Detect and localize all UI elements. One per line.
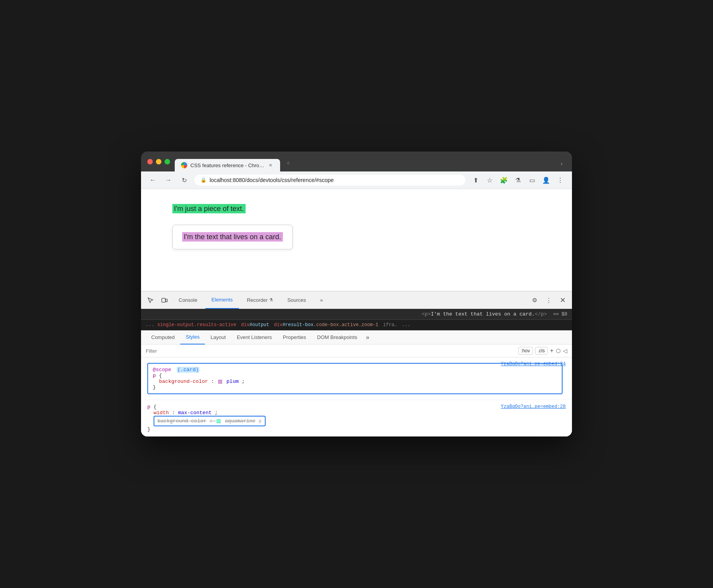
svg-rect-0 — [162, 298, 165, 302]
more-icon[interactable]: ⋮ — [555, 175, 566, 186]
aquamarine-color-swatch[interactable] — [217, 419, 221, 423]
lab-icon[interactable]: ⚗ — [512, 175, 523, 186]
tab-close-icon[interactable]: ✕ — [268, 162, 274, 168]
tab-styles[interactable]: Styles — [180, 330, 205, 345]
devtools-close-icon[interactable]: ✕ — [556, 294, 569, 307]
tab-title: CSS features reference - Chro… — [190, 162, 264, 168]
tab-sources[interactable]: Sources — [281, 292, 312, 309]
tab-list-chevron-icon[interactable]: › — [557, 157, 566, 171]
plain-text-demo: I'm just a piece of text. — [172, 205, 541, 213]
css-rules-panel: YzaBqOo?ani…pe=embed:24 @scope (.card) p… — [141, 357, 572, 436]
svg-rect-1 — [166, 299, 167, 302]
back-button[interactable]: ← — [147, 175, 158, 186]
title-bar: CSS features reference - Chro… ✕ + › — [141, 152, 572, 171]
active-tab[interactable]: CSS features reference - Chro… ✕ — [175, 159, 280, 171]
scope-property-line: background-color : plum ; — [153, 379, 557, 384]
styles-filter-row: :hov .cls + ⬡ ◁ — [141, 345, 572, 357]
breadcrumb-bar: ... single-output.results-active div#out… — [141, 320, 572, 330]
address-text: localhost:8080/docs/devtools/css/referen… — [210, 177, 459, 183]
panel-tabs: Computed Styles Layout Event Listeners P… — [141, 330, 572, 345]
bookmark-icon[interactable]: ☆ — [484, 175, 495, 186]
p-width-line: width : max-content ; — [147, 410, 566, 416]
styles-filter-input[interactable] — [146, 348, 515, 354]
device-toolbar-icon[interactable] — [158, 294, 171, 307]
breadcrumb-item-4[interactable]: ifra… — [383, 322, 397, 328]
close-traffic-light[interactable] — [147, 159, 153, 164]
plain-text: I'm just a piece of text. — [172, 204, 246, 213]
reload-button[interactable]: ↻ — [179, 175, 190, 186]
tab-more[interactable]: » — [314, 292, 329, 309]
dom-selected-element: <p>I'm the text that lives on a card.</p… — [141, 309, 572, 320]
minimize-traffic-light[interactable] — [156, 159, 161, 164]
tab-dom-breakpoints[interactable]: DOM Breakpoints — [311, 330, 363, 345]
cls-filter-button[interactable]: .cls — [535, 347, 548, 355]
filter-icons: :hov .cls + ⬡ ◁ — [518, 347, 567, 355]
card-demo: I'm the text that lives on a card. — [172, 225, 293, 249]
address-input[interactable]: 🔒 localhost:8080/docs/devtools/css/refer… — [194, 175, 465, 186]
breadcrumb-item-3[interactable]: div#result-box.code-box.active.zoom-1 — [274, 322, 378, 328]
split-icon[interactable]: ▭ — [527, 175, 537, 186]
address-bar: ← → ↻ 🔒 localhost:8080/docs/devtools/css… — [141, 171, 572, 189]
toggle-element-state-icon[interactable]: ◁ — [563, 348, 567, 354]
tab-layout[interactable]: Layout — [205, 330, 231, 345]
scope-block: @scope (.card) p { background-color : pl… — [147, 363, 563, 394]
scope-close-brace: } — [153, 384, 557, 390]
hov-filter-button[interactable]: :hov — [518, 347, 533, 355]
tab-console[interactable]: Console — [172, 292, 204, 309]
extension-icon[interactable]: 🧩 — [498, 175, 509, 186]
devtools-toolbar: Console Elements Recorder ⚗ Sources » ⚙ … — [141, 292, 572, 309]
add-style-rule-icon[interactable]: + — [550, 347, 554, 354]
plum-color-swatch[interactable] — [218, 380, 222, 384]
profile-icon[interactable]: 👤 — [541, 175, 552, 186]
card-text: I'm the text that lives on a card. — [182, 232, 283, 242]
lock-icon: 🔒 — [201, 177, 206, 183]
breadcrumb-dots: ... — [146, 322, 154, 328]
page-content: I'm just a piece of text. I'm the text t… — [141, 189, 572, 291]
css-rule-link-2[interactable]: YzaBqOo?ani…pe=embed:28 — [501, 404, 566, 409]
chrome-icon — [181, 162, 187, 168]
inspect-element-icon[interactable] — [144, 294, 157, 307]
css-rule-scope: YzaBqOo?ani…pe=embed:24 @scope (.card) p… — [141, 357, 572, 400]
settings-icon[interactable]: ⚙ — [528, 294, 541, 307]
tab-recorder[interactable]: Recorder ⚗ — [241, 292, 279, 309]
share-icon[interactable]: ⬆ — [470, 175, 481, 186]
toolbar-icons: ⬆ ☆ 🧩 ⚗ ▭ 👤 ⋮ — [470, 175, 566, 186]
browser-window: CSS features reference - Chro… ✕ + › ← →… — [141, 152, 572, 436]
panel-tab-more-icon[interactable]: » — [363, 330, 373, 345]
new-style-rule-icon[interactable]: ⬡ — [556, 348, 561, 354]
devtools-more-icon[interactable]: ⋮ — [542, 294, 555, 307]
traffic-lights — [147, 159, 170, 169]
devtools-panel: Console Elements Recorder ⚗ Sources » ⚙ … — [141, 291, 572, 436]
tab-elements[interactable]: Elements — [205, 292, 239, 309]
overridden-property-block: background-color : aquamarine ; — [154, 416, 266, 426]
forward-button[interactable]: → — [163, 175, 174, 186]
tabs-row: CSS features reference - Chro… ✕ + › — [175, 156, 566, 171]
scope-selector-line: @scope (.card) — [153, 367, 557, 373]
breadcrumb-item-1[interactable]: single-output.results-active — [157, 322, 237, 328]
css-rule-link-1[interactable]: YzaBqOo?ani…pe=embed:24 — [501, 361, 566, 367]
p-close-brace: } — [147, 426, 566, 432]
new-tab-button[interactable]: + — [282, 156, 295, 171]
maximize-traffic-light[interactable] — [165, 159, 170, 164]
tab-event-listeners[interactable]: Event Listeners — [231, 330, 277, 345]
breadcrumb-item-2[interactable]: div#output — [241, 322, 269, 328]
tab-computed[interactable]: Computed — [146, 330, 180, 345]
css-rule-p: YzaBqOo?ani…pe=embed:28 p { width : max-… — [141, 400, 572, 436]
scope-arg-highlight: (.card) — [177, 367, 200, 373]
p-bgcolor-line: background-color : aquamarine ; — [147, 416, 566, 426]
scope-inner-selector: p { — [153, 373, 557, 379]
tab-properties[interactable]: Properties — [277, 330, 311, 345]
